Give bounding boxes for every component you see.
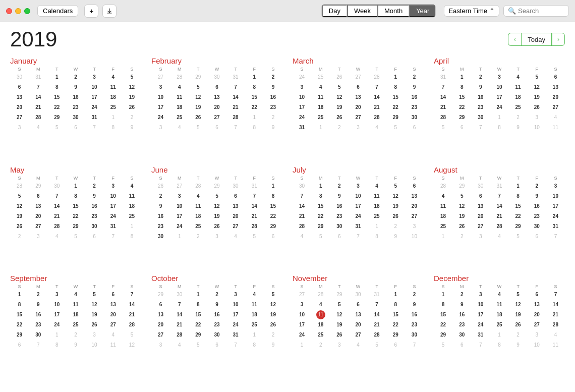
day-cell[interactable]: 11 <box>316 310 325 319</box>
day-cell[interactable]: 16 <box>156 212 165 221</box>
day-cell[interactable]: 20 <box>212 103 221 112</box>
day-cell[interactable]: 21 <box>298 212 307 221</box>
day-cell[interactable]: 30 <box>335 222 344 231</box>
day-cell[interactable]: 15 <box>457 93 467 102</box>
day-cell[interactable]: 20 <box>108 310 118 319</box>
day-cell[interactable]: 30 <box>457 330 467 340</box>
day-cell[interactable]: 28 <box>439 113 448 122</box>
day-cell[interactable]: 8 <box>250 83 259 92</box>
day-cell[interactable]: 4 <box>175 341 184 350</box>
day-cell[interactable]: 7 <box>108 232 118 241</box>
day-cell[interactable]: 26 <box>90 320 99 329</box>
day-cell[interactable]: 29 <box>316 222 325 231</box>
day-cell[interactable]: 26 <box>335 330 344 340</box>
day-cell[interactable]: 12 <box>268 300 277 309</box>
day-cell[interactable]: 29 <box>457 182 467 191</box>
day-cell[interactable]: 21 <box>372 320 381 329</box>
day-cell[interactable]: 2 <box>410 290 419 299</box>
day-cell[interactable]: 10 <box>551 192 560 201</box>
day-cell[interactable]: 8 <box>391 300 400 309</box>
day-cell[interactable]: 18 <box>175 103 184 112</box>
day-cell[interactable]: 6 <box>476 192 485 201</box>
day-cell[interactable]: 21 <box>250 212 259 221</box>
day-cell[interactable]: 29 <box>268 222 277 231</box>
day-cell[interactable]: 26 <box>513 320 523 329</box>
day-cell[interactable]: 19 <box>335 103 344 112</box>
day-cell[interactable]: 31 <box>298 123 307 132</box>
day-cell[interactable]: 17 <box>175 212 184 221</box>
day-cell[interactable]: 5 <box>335 300 344 309</box>
day-cell[interactable]: 26 <box>156 182 165 191</box>
day-cell[interactable]: 20 <box>532 310 541 319</box>
day-cell[interactable]: 15 <box>250 93 259 102</box>
day-cell[interactable]: 1 <box>298 341 307 350</box>
day-cell[interactable]: 31 <box>495 182 504 191</box>
day-cell[interactable]: 3 <box>532 330 541 340</box>
day-cell[interactable]: 4 <box>175 123 184 132</box>
day-cell[interactable]: 4 <box>439 192 448 201</box>
day-cell[interactable]: 23 <box>71 103 80 112</box>
day-cell[interactable]: 18 <box>108 93 118 102</box>
day-cell[interactable]: 28 <box>175 330 184 340</box>
day-cell[interactable]: 1 <box>175 232 184 241</box>
day-cell[interactable]: 4 <box>513 73 523 82</box>
day-cell[interactable]: 12 <box>90 300 99 309</box>
day-cell[interactable]: 28 <box>250 222 259 231</box>
day-cell[interactable]: 22 <box>194 320 203 329</box>
day-cell[interactable]: 19 <box>127 93 136 102</box>
day-cell[interactable]: 7 <box>551 232 560 241</box>
day-cell[interactable]: 27 <box>231 222 240 231</box>
day-cell[interactable]: 25 <box>71 320 80 329</box>
day-cell[interactable]: 6 <box>108 290 118 299</box>
day-cell[interactable]: 19 <box>513 310 523 319</box>
day-cell[interactable]: 5 <box>194 341 203 350</box>
day-cell[interactable]: 14 <box>495 202 504 211</box>
day-cell[interactable]: 27 <box>15 113 24 122</box>
close-button[interactable] <box>6 8 12 14</box>
day-cell[interactable]: 14 <box>551 300 560 309</box>
day-cell[interactable]: 6 <box>90 232 99 241</box>
day-cell[interactable]: 16 <box>532 202 541 211</box>
day-cell[interactable]: 10 <box>476 300 485 309</box>
day-cell[interactable]: 1 <box>15 290 24 299</box>
day-cell[interactable]: 25 <box>175 113 184 122</box>
day-cell[interactable]: 4 <box>316 83 325 92</box>
day-cell[interactable]: 15 <box>71 202 80 211</box>
day-cell[interactable]: 3 <box>34 232 43 241</box>
day-cell[interactable]: 3 <box>156 123 165 132</box>
day-cell[interactable]: 20 <box>15 103 24 112</box>
day-cell[interactable]: 5 <box>15 192 24 201</box>
day-cell[interactable]: 21 <box>52 212 62 221</box>
day-cell[interactable]: 22 <box>71 212 80 221</box>
day-cell[interactable]: 21 <box>495 212 504 221</box>
day-cell[interactable]: 7 <box>231 123 240 132</box>
day-cell[interactable]: 24 <box>476 320 485 329</box>
day-cell[interactable]: 4 <box>34 123 43 132</box>
day-cell[interactable]: 25 <box>316 330 325 340</box>
day-cell[interactable]: 24 <box>551 212 560 221</box>
day-cell[interactable]: 3 <box>156 83 165 92</box>
day-cell[interactable]: 1 <box>316 123 325 132</box>
day-cell[interactable]: 29 <box>15 330 24 340</box>
day-cell[interactable]: 21 <box>372 103 381 112</box>
day-cell[interactable]: 29 <box>52 113 62 122</box>
day-cell[interactable]: 2 <box>90 182 99 191</box>
day-cell[interactable]: 10 <box>108 192 118 201</box>
day-cell[interactable]: 2 <box>268 73 277 82</box>
day-cell[interactable]: 13 <box>532 300 541 309</box>
day-cell[interactable]: 29 <box>391 330 400 340</box>
day-cell[interactable]: 30 <box>410 330 419 340</box>
day-cell[interactable]: 25 <box>372 212 381 221</box>
day-cell[interactable]: 27 <box>354 73 363 82</box>
day-cell[interactable]: 6 <box>457 123 467 132</box>
day-cell[interactable]: 8 <box>194 300 203 309</box>
day-cell[interactable]: 31 <box>476 330 485 340</box>
day-cell[interactable]: 24 <box>298 113 307 122</box>
day-cell[interactable]: 27 <box>156 330 165 340</box>
day-cell[interactable]: 17 <box>52 310 62 319</box>
day-cell[interactable]: 24 <box>175 222 184 231</box>
day-cell[interactable]: 6 <box>231 192 240 201</box>
day-cell[interactable]: 14 <box>250 202 259 211</box>
day-cell[interactable]: 23 <box>90 212 99 221</box>
day-cell[interactable]: 30 <box>52 182 62 191</box>
